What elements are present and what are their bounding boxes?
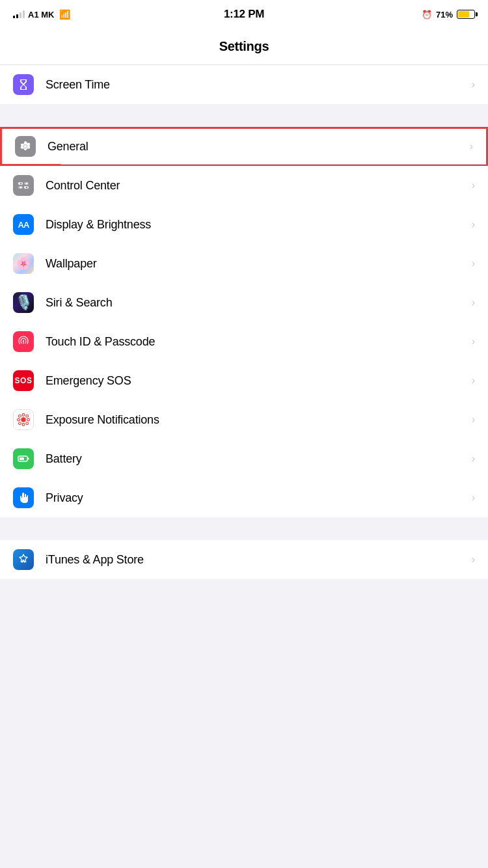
divider-2 <box>0 517 488 540</box>
signal-bar-3 <box>20 12 21 18</box>
exposure-icon <box>13 409 34 430</box>
siri-label: Siri & Search <box>46 296 467 310</box>
carrier-label: A1 MK <box>28 10 54 20</box>
display-icon: AA <box>13 214 34 235</box>
battery-label: Battery <box>46 452 467 466</box>
signal-bar-4 <box>23 10 25 18</box>
battery-settings-icon <box>13 448 34 469</box>
store-section: A iTunes & App Store › <box>0 540 488 579</box>
svg-point-8 <box>23 340 24 342</box>
signal-bars <box>13 10 25 18</box>
settings-row-general[interactable]: General › <box>0 127 488 166</box>
emergency-sos-chevron: › <box>472 375 475 387</box>
touch-id-icon <box>13 331 34 352</box>
settings-row-emergency-sos[interactable]: SOS Emergency SOS › <box>0 361 488 400</box>
hourglass-icon <box>17 78 30 91</box>
emergency-sos-icon: SOS <box>13 370 34 391</box>
svg-text:A: A <box>21 558 25 564</box>
settings-row-touch-id[interactable]: Touch ID & Passcode › <box>0 322 488 361</box>
itunes-icon: A <box>13 549 34 570</box>
status-bar: A1 MK 📶 1:12 PM ⏰ 71% <box>0 0 488 29</box>
svg-point-13 <box>27 418 30 421</box>
exposure-chevron: › <box>472 414 475 426</box>
itunes-label: iTunes & App Store <box>46 553 467 567</box>
battery-chevron: › <box>472 453 475 465</box>
svg-point-2 <box>20 183 22 185</box>
svg-point-7 <box>26 187 28 189</box>
settings-row-display[interactable]: AA Display & Brightness › <box>0 205 488 244</box>
status-time: 1:12 PM <box>224 8 264 21</box>
signal-bar-2 <box>16 14 18 18</box>
privacy-label: Privacy <box>46 491 467 505</box>
emergency-sos-label: Emergency SOS <box>46 374 467 388</box>
battery-container <box>457 10 475 19</box>
screen-time-label: Screen Time <box>46 78 467 92</box>
svg-point-9 <box>21 417 26 422</box>
screen-time-chevron: › <box>472 79 475 90</box>
general-icon <box>15 136 36 157</box>
svg-point-12 <box>18 418 20 421</box>
display-chevron: › <box>472 219 475 230</box>
itunes-chevron: › <box>472 554 475 565</box>
wallpaper-icon: 🌸 <box>13 253 34 274</box>
svg-point-15 <box>26 415 29 418</box>
display-label: Display & Brightness <box>46 218 467 232</box>
battery-percent: 71% <box>436 10 453 20</box>
settings-row-screen-time[interactable]: Screen Time › <box>0 65 488 104</box>
status-right: ⏰ 71% <box>397 10 475 20</box>
divider-1 <box>0 104 488 127</box>
appstore-icon: A <box>17 553 30 566</box>
control-center-icon <box>13 175 34 196</box>
settings-row-itunes[interactable]: A iTunes & App Store › <box>0 540 488 579</box>
exposure-svg <box>16 412 31 427</box>
settings-row-battery[interactable]: Battery › <box>0 439 488 478</box>
settings-row-siri[interactable]: 🎙️ Siri & Search › <box>0 283 488 322</box>
svg-point-17 <box>26 422 29 425</box>
alarm-icon: ⏰ <box>422 10 432 20</box>
svg-rect-20 <box>27 458 29 460</box>
touch-id-chevron: › <box>472 336 475 347</box>
svg-point-14 <box>19 415 21 418</box>
privacy-icon <box>13 487 34 508</box>
svg-point-16 <box>19 422 21 425</box>
battery-icon <box>457 10 475 19</box>
svg-point-6 <box>26 183 28 185</box>
siri-icon: 🎙️ <box>13 292 34 313</box>
wallpaper-label: Wallpaper <box>46 257 467 271</box>
wallpaper-chevron: › <box>472 258 475 269</box>
svg-point-10 <box>22 414 25 416</box>
battery-fill <box>458 11 469 18</box>
svg-rect-19 <box>20 457 24 460</box>
control-center-chevron: › <box>472 180 475 191</box>
hand-icon <box>17 491 30 504</box>
screen-time-icon <box>13 74 34 95</box>
settings-row-wallpaper[interactable]: 🌸 Wallpaper › <box>0 244 488 283</box>
page-title: Settings <box>219 39 269 54</box>
general-label: General <box>47 140 465 154</box>
settings-row-privacy[interactable]: Privacy › <box>0 478 488 517</box>
touch-id-label: Touch ID & Passcode <box>46 335 467 349</box>
svg-point-3 <box>20 187 22 189</box>
control-center-label: Control Center <box>46 179 467 193</box>
main-settings-section: General › Control Center › AA Display & … <box>0 127 488 517</box>
privacy-chevron: › <box>472 492 475 504</box>
general-chevron: › <box>470 141 473 152</box>
wifi-icon: 📶 <box>59 9 70 20</box>
siri-chevron: › <box>472 297 475 308</box>
nav-header: Settings <box>0 29 488 65</box>
battery-icon-svg <box>17 452 30 465</box>
gear-icon <box>19 140 32 153</box>
svg-point-11 <box>22 424 25 426</box>
screen-time-section: Screen Time › <box>0 65 488 104</box>
signal-bar-1 <box>13 16 15 18</box>
settings-row-control-center[interactable]: Control Center › <box>0 166 488 205</box>
toggle-icon <box>17 179 30 192</box>
status-left: A1 MK 📶 <box>13 9 91 20</box>
fingerprint-icon <box>17 335 30 348</box>
exposure-label: Exposure Notifications <box>46 413 467 427</box>
settings-row-exposure[interactable]: Exposure Notifications › <box>0 400 488 439</box>
